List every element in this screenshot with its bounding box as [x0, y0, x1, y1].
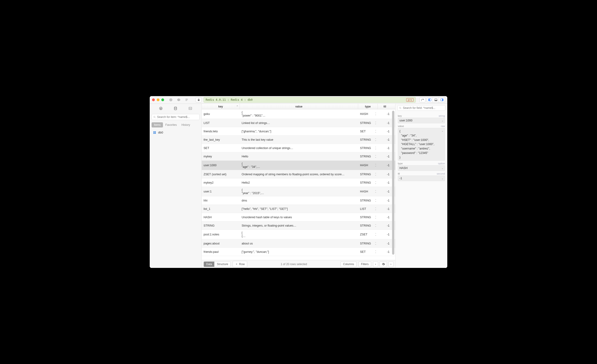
table-row[interactable]: mykeyHelloSTRING-1	[202, 152, 395, 161]
cell-type[interactable]: STRING	[358, 198, 378, 204]
stepper-icon[interactable]	[375, 233, 377, 236]
refresh-button[interactable]	[419, 97, 425, 102]
close-window-button[interactable]	[152, 98, 155, 101]
col-ttl[interactable]: ttl	[378, 104, 392, 109]
table-row[interactable]: HASHUnordered hash table of keys to valu…	[202, 213, 395, 222]
table-row[interactable]: friends:paul["gurney;", "duncan;"]SET-1	[202, 248, 395, 256]
stepper-icon[interactable]	[375, 113, 377, 115]
cell-type[interactable]: STRING	[358, 171, 378, 177]
table-row[interactable]: pages:aboutabout usSTRING-1	[202, 239, 395, 248]
cell-type[interactable]: LIST	[358, 206, 378, 212]
maximize-window-button[interactable]	[161, 98, 164, 101]
col-key[interactable]: key⌃	[202, 104, 240, 109]
filters-button[interactable]: Filters	[358, 261, 371, 267]
table-row[interactable]: hhidmsSTRING-1	[202, 196, 395, 205]
database-icon[interactable]	[172, 105, 179, 112]
stepper-icon[interactable]	[375, 173, 377, 175]
stepper-icon[interactable]	[375, 190, 377, 193]
stepper-icon[interactable]	[375, 216, 377, 218]
connection-breadcrumb[interactable]: Redis 4.0.11 : Redis 4 : db0 pro	[204, 97, 416, 103]
eye-icon[interactable]	[176, 97, 182, 102]
stepper-icon[interactable]	[375, 130, 377, 133]
cell-type[interactable]: STRING	[358, 180, 378, 186]
table-row[interactable]: LISTLinked list of strings…STRING-1	[202, 119, 395, 127]
stepper-icon[interactable]	[375, 224, 377, 227]
scrollbar-track[interactable]	[392, 109, 395, 260]
cell-key: friends:leto	[202, 128, 240, 135]
table-row[interactable]: the_last_keyThis is the last key valueST…	[202, 135, 395, 144]
cell-type[interactable]: HASH	[358, 189, 378, 195]
inspector-ttl-field[interactable]: -1⌄	[398, 175, 445, 181]
cell-key: HASH	[202, 214, 240, 220]
cell-type[interactable]: STRING	[358, 120, 378, 126]
col-value[interactable]: value	[240, 104, 358, 109]
lock-icon[interactable]	[196, 97, 202, 102]
cell-type[interactable]: SET	[358, 249, 378, 255]
table-row[interactable]: SETUnordered collection of unique string…	[202, 144, 395, 152]
list-icon[interactable]	[184, 97, 190, 102]
table-row[interactable]: friends:leto["ghanima;", "duncan;"]SET-1	[202, 127, 395, 135]
tab-structure[interactable]: Structure	[214, 262, 230, 267]
stepper-icon[interactable]	[375, 122, 377, 124]
cell-type[interactable]: STRING	[358, 223, 378, 229]
inspector-search-input[interactable]	[403, 106, 444, 110]
table-row[interactable]: mykey2Hello2STRING-1	[202, 179, 395, 187]
columns-button[interactable]: Columns	[340, 261, 357, 267]
next-page-button[interactable]: ›	[388, 261, 393, 267]
table-row[interactable]: STRINGStrings, integers, or floating-poi…	[202, 222, 395, 230]
tab-favorites[interactable]: Favorites	[163, 122, 179, 127]
stepper-icon[interactable]	[375, 182, 377, 184]
add-row-button[interactable]: ＋ Row	[233, 261, 247, 267]
stepper-icon[interactable]	[375, 139, 377, 141]
cell-type[interactable]: STRING	[358, 240, 378, 246]
stepper-icon[interactable]	[375, 147, 377, 149]
sql-icon[interactable]: SQL	[187, 105, 194, 112]
cell-ttl: -1	[378, 206, 392, 212]
prev-page-button[interactable]: ‹	[373, 261, 378, 267]
cell-type[interactable]: HASH	[358, 111, 378, 117]
minimize-window-button[interactable]	[157, 98, 159, 101]
table-row[interactable]: user:1000{ "age" : "34",…HASH-1	[202, 161, 395, 170]
table-row[interactable]: goku{ "power" : "9001"…HASH-1	[202, 109, 395, 119]
table-row[interactable]: user:1{ "year" : "2015",…HASH-1	[202, 187, 395, 196]
inspector-value-field[interactable]: { "age" : "34", "HSET" : "user:1000", "H…	[398, 128, 445, 161]
sidebar-search[interactable]	[152, 114, 200, 120]
cell-type[interactable]: HASH	[358, 162, 378, 168]
cell-type[interactable]: STRING	[358, 137, 378, 143]
cell-type[interactable]: STRING	[358, 153, 378, 159]
stepper-icon[interactable]	[375, 251, 377, 253]
inspector-key-field[interactable]: user:1000⌄	[398, 118, 445, 123]
cell-key: list_1	[202, 206, 240, 212]
plug-icon[interactable]	[157, 105, 164, 112]
sidebar-item-db0[interactable]: db0	[152, 130, 200, 135]
cell-type[interactable]: STRING	[358, 214, 378, 220]
cell-type[interactable]: ZSET	[358, 231, 378, 237]
right-panel-toggle[interactable]	[439, 97, 445, 102]
stepper-icon[interactable]	[375, 155, 377, 158]
cell-value: Strings, integers, or floating-point val…	[240, 223, 358, 229]
inspector-search[interactable]	[397, 105, 445, 111]
cell-type[interactable]: SET	[358, 128, 378, 135]
tab-data[interactable]: Data	[204, 262, 214, 267]
bottom-panel-toggle[interactable]	[433, 97, 439, 102]
chevron-down-icon: ⌄	[441, 119, 443, 122]
stepper-icon[interactable]	[375, 208, 377, 210]
tab-history[interactable]: History	[179, 122, 192, 127]
table-row[interactable]: ZSET (sorted set)Ordered mapping of stri…	[202, 170, 395, 179]
tab-items[interactable]: Items	[152, 122, 163, 127]
sidebar-search-input[interactable]	[157, 115, 198, 119]
left-panel-toggle[interactable]	[427, 97, 433, 102]
stepper-icon[interactable]	[375, 199, 377, 202]
cell-value: about us	[240, 240, 358, 246]
cell-type[interactable]: STRING	[358, 145, 378, 151]
stepper-icon[interactable]	[375, 242, 377, 245]
table-row[interactable]: post:1:votes[ {…ZSET-1	[202, 230, 395, 239]
settings-gear-button[interactable]	[379, 261, 387, 267]
scrollbar-thumb[interactable]	[392, 111, 394, 255]
table-row[interactable]: list_1["hello", "hhi", "SET", "LIST", "G…	[202, 205, 395, 213]
cancel-icon[interactable]	[168, 97, 174, 102]
stepper-icon[interactable]	[375, 164, 377, 166]
inspector-type-field[interactable]: HASH⌄	[398, 165, 445, 171]
cell-ttl: -1	[378, 137, 392, 143]
col-type[interactable]: type	[358, 104, 378, 109]
